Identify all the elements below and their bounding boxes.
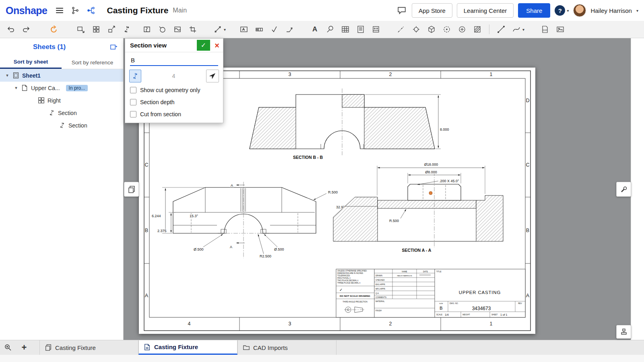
center-mark-icon[interactable]: [409, 23, 423, 35]
hamburger-menu-icon[interactable]: [54, 5, 65, 16]
checkbox-box[interactable]: [130, 87, 136, 93]
circled-plus-icon[interactable]: [455, 23, 469, 35]
section-line-button[interactable]: [129, 70, 141, 82]
dim-boss-dia[interactable]: Ø8.000: [425, 170, 437, 174]
surface-finish-icon[interactable]: [268, 23, 281, 35]
dim-overall-height[interactable]: 8.000: [440, 128, 449, 132]
note-icon[interactable]: [237, 23, 251, 35]
dim-draft-angle[interactable]: 32.9°: [336, 205, 345, 209]
3d-view-icon[interactable]: [425, 23, 438, 35]
balloon-icon[interactable]: [323, 23, 337, 35]
flip-direction-button[interactable]: [206, 70, 219, 82]
chevron-down-icon[interactable]: ▾: [14, 85, 19, 90]
tab-casting-fixture-drawing[interactable]: Casting Fixture: [138, 340, 237, 355]
geometric-tolerance-icon[interactable]: [252, 23, 266, 35]
dim-front-angle[interactable]: 15.3°: [190, 214, 198, 218]
dim-boss-fillet[interactable]: R.500: [389, 219, 399, 223]
break-out-section-icon[interactable]: [171, 23, 184, 35]
help-menu[interactable]: ? ▾: [555, 5, 569, 16]
tolerance-note: UNLESS OTHERWISE SPECIFIED:: [337, 270, 367, 272]
dimension-icon[interactable]: [211, 23, 225, 35]
auxiliary-view-icon[interactable]: [105, 23, 118, 35]
line-tool-icon[interactable]: [494, 23, 508, 35]
wrench-button[interactable]: [616, 182, 631, 197]
section-a-label[interactable]: SECTION A - A: [402, 248, 431, 253]
undo-icon[interactable]: [4, 23, 18, 35]
drawing-view-section-a[interactable]: Ø18.000 Ø8.000 .200 X 45.0° 32.9° R.500 …: [333, 162, 503, 253]
confirm-button[interactable]: ✓: [197, 40, 210, 51]
tree-item-sheet1[interactable]: ▾ Sheet1: [0, 69, 123, 82]
spline-tool-icon[interactable]: [510, 23, 523, 35]
dim-chamfer[interactable]: .200 X 45.0°: [439, 179, 459, 183]
avatar[interactable]: [573, 4, 586, 17]
tree-item-label: Right: [47, 97, 61, 104]
checkbox-cut-from-section[interactable]: Cut from section: [125, 108, 223, 120]
user-name[interactable]: Hailey Harrison: [590, 7, 632, 14]
redo-icon[interactable]: [19, 23, 33, 35]
hatch-fill-icon[interactable]: [471, 23, 484, 35]
section-view-icon[interactable]: [120, 23, 134, 35]
tree-item-upper-casting-view[interactable]: ▾ Upper Ca... In pro...: [0, 82, 123, 94]
sheets-panel-toggle-button[interactable]: [124, 182, 139, 197]
insert-image-icon[interactable]: [553, 23, 567, 35]
zone-label: 3: [289, 321, 291, 327]
dim-hole-left[interactable]: Ø.500: [194, 247, 204, 251]
branch-merge-icon[interactable]: [85, 5, 97, 16]
right-scrollbar[interactable]: [631, 38, 644, 340]
stamp-button[interactable]: [616, 325, 631, 339]
detail-view-icon[interactable]: [155, 23, 169, 35]
search-tabs-button[interactable]: [0, 340, 16, 355]
checkbox-section-depth[interactable]: Section depth: [125, 96, 223, 108]
section-name-input[interactable]: [130, 55, 218, 66]
table-icon[interactable]: [339, 23, 352, 35]
drawing-view-front[interactable]: A A 6.244 15.3° 2.375 Ø.500 Ø.500 R2.500…: [152, 182, 338, 258]
centerline-icon[interactable]: [394, 23, 408, 35]
insert-view-icon[interactable]: [74, 23, 88, 35]
broken-view-icon[interactable]: [140, 23, 154, 35]
dim-front-height[interactable]: 6.244: [152, 214, 161, 218]
zone-label: A: [526, 293, 530, 298]
drawing-view-section-b[interactable]: 8.000 SECTION B - B: [250, 88, 449, 160]
help-icon[interactable]: ?: [555, 5, 565, 16]
cancel-button[interactable]: ×: [211, 40, 223, 51]
dim-outer-dia[interactable]: Ø18.000: [424, 162, 438, 167]
add-tab-button[interactable]: +: [16, 340, 32, 355]
selected-vertex[interactable]: [429, 191, 432, 195]
text-icon[interactable]: A: [308, 23, 322, 35]
learning-center-button[interactable]: Learning Center: [457, 3, 514, 18]
tab-sort-by-reference[interactable]: Sort by reference: [62, 56, 123, 69]
tree-item-label: Section: [58, 110, 77, 116]
new-sheet-icon[interactable]: [110, 43, 118, 51]
checkbox-show-cut-geometry[interactable]: Show cut geometry only: [125, 84, 223, 96]
share-button[interactable]: Share: [518, 3, 550, 18]
projected-view-icon[interactable]: [89, 23, 103, 35]
tab-casting-fixture-assembly[interactable]: Casting Fixture: [39, 340, 138, 355]
section-b-label[interactable]: SECTION B - B: [293, 155, 323, 160]
version-tree-icon[interactable]: [70, 5, 81, 16]
dim-hole-right[interactable]: Ø.500: [274, 247, 284, 251]
export-dxf-icon[interactable]: DXF: [538, 23, 552, 35]
dim-arch-radius[interactable]: R2.500: [260, 254, 271, 258]
circular-centerline-icon[interactable]: [440, 23, 454, 35]
dim-top-fillet[interactable]: R.500: [328, 190, 338, 194]
tab-sort-by-sheet[interactable]: Sort by sheet: [0, 56, 62, 69]
dimension-dropdown-caret[interactable]: ▾: [224, 27, 226, 32]
checkbox-box[interactable]: [130, 111, 136, 117]
app-store-button[interactable]: App Store: [412, 3, 452, 18]
dim-flange-height[interactable]: 2.375: [157, 229, 167, 233]
workspace-name[interactable]: Main: [173, 7, 187, 14]
tree-item-right-view[interactable]: Right: [0, 94, 123, 107]
chevron-down-icon[interactable]: ▾: [5, 73, 10, 78]
tab-cad-imports[interactable]: CAD Imports: [237, 340, 336, 355]
tree-item-section-1[interactable]: Section: [0, 107, 123, 119]
tree-item-section-2[interactable]: Section: [0, 119, 123, 132]
checkbox-box[interactable]: [130, 99, 136, 105]
comment-icon[interactable]: [396, 5, 407, 16]
bom-table-icon[interactable]: [354, 23, 367, 35]
update-views-icon[interactable]: [47, 23, 60, 35]
spline-dropdown-caret[interactable]: ▾: [522, 27, 524, 32]
onshape-logo[interactable]: Onshape: [6, 5, 47, 16]
weld-symbol-icon[interactable]: [283, 23, 297, 35]
crop-view-icon[interactable]: [186, 23, 200, 35]
hole-table-icon[interactable]: [369, 23, 383, 35]
